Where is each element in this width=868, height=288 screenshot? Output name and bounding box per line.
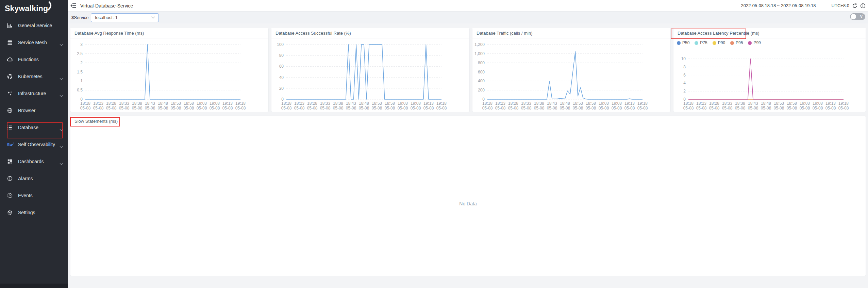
svg-text:18:38: 18:38 [735,101,745,106]
sidebar-item-alarms[interactable]: Alarms [0,170,68,187]
sidebar-item-browser[interactable]: Browser [0,102,68,119]
svg-text:19:13: 19:13 [825,101,836,106]
svg-text:18:18: 18:18 [80,101,90,106]
chevron-down-icon [60,41,63,48]
svg-text:18:38: 18:38 [132,101,142,106]
svg-text:19:03: 19:03 [800,101,810,106]
globe-icon [7,107,15,114]
svg-text:05-08: 05-08 [761,106,771,111]
svg-text:18:53: 18:53 [171,101,181,106]
svg-text:05-08: 05-08 [838,106,849,111]
panel-title: Database Access Successful Rate (%) [271,28,469,38]
legend-dot-icon [713,41,716,45]
svg-text:05-08: 05-08 [586,106,596,111]
svg-text:05-08: 05-08 [359,106,369,111]
app-logo[interactable]: Skywalking [0,0,68,17]
svg-text:18:43: 18:43 [748,101,758,106]
info-icon[interactable] [860,3,866,9]
chart-legend: P50P75P90P95P99 [677,40,766,45]
svg-text:18:48: 18:48 [359,101,369,106]
legend-item-p90[interactable]: P90 [713,40,725,45]
svg-text:05-08: 05-08 [722,106,733,111]
sidebar-item-infrastructure[interactable]: Infrastructure [0,85,68,102]
svg-text:05-08: 05-08 [709,106,720,111]
kubernetes-icon [7,73,15,80]
sidebar-item-functions[interactable]: Functions [0,51,68,68]
svg-text:05-08: 05-08 [346,106,356,111]
panel-title: Database Access Latency Percentile (ms) [673,28,866,38]
svg-text:18:28: 18:28 [709,101,719,106]
svg-text:05-08: 05-08 [482,106,493,111]
svg-text:19:13: 19:13 [423,101,434,106]
sidebar-item-database[interactable]: Database [0,119,68,136]
svg-text:18:53: 18:53 [372,101,382,106]
sidebar-item-settings[interactable]: Settings [0,204,68,221]
series-traffic [487,52,642,99]
svg-text:05-08: 05-08 [787,106,797,111]
svg-text:05-08: 05-08 [210,106,220,111]
edit-mode-toggle[interactable]: V [850,13,865,20]
menu-fold-icon[interactable] [70,3,76,8]
slow-statements-panel: Slow Statements (ms) No Data [70,116,866,276]
sidebar-item-dashboards[interactable]: Dashboards [0,153,68,170]
svg-text:600: 600 [478,70,485,74]
sidebar-nav: General ServiceService MeshFunctionsKube… [0,17,68,221]
svg-text:05-08: 05-08 [624,106,635,111]
svg-text:05-08: 05-08 [423,106,434,111]
svg-text:18:58: 18:58 [586,101,596,106]
svg-text:8: 8 [683,65,686,69]
svg-text:05-08: 05-08 [436,106,447,111]
legend-item-p50[interactable]: P50 [677,40,689,45]
panel-title: Database Avg Response Time (ms) [70,28,268,38]
sidebar-item-kubernetes[interactable]: Kubernetes [0,68,68,85]
sidebar-item-events[interactable]: Events [0,187,68,204]
top-header: Virtual-Database-Service 2022-05-08 18:1… [68,0,868,12]
chart-panel-database-access-successful-rate: 10080604020018:1805-0818:2305-0818:2805-… [271,28,470,112]
chart-canvas[interactable]: 10080604020018:1805-0818:2305-0818:2805-… [271,28,470,113]
series-success-rate [286,45,441,99]
service-select[interactable]: localhost:-1 [91,13,159,22]
svg-text:19:03: 19:03 [197,101,207,106]
svg-text:05-08: 05-08 [132,106,143,111]
legend-item-p95[interactable]: P95 [730,40,743,45]
sidebar-item-label: Database [18,125,38,130]
chevron-down-icon [60,126,63,133]
time-range-picker[interactable]: 2022-05-08 18:18 ~ 2022-05-08 19:18 [741,3,816,8]
svg-text:3: 3 [80,42,83,47]
svg-text:18:53: 18:53 [573,101,583,106]
legend-item-p99[interactable]: P99 [748,40,761,45]
sidebar-item-label: Service Mesh [18,40,47,45]
svg-text:05-08: 05-08 [235,106,246,111]
sidebar-item-general-service[interactable]: General Service [0,17,68,34]
svg-text:19:18: 19:18 [838,101,849,106]
utc-offset[interactable]: UTC+8:0 [832,3,849,8]
svg-text:20: 20 [279,86,284,91]
events-clock-icon [7,192,15,199]
svg-text:05-08: 05-08 [573,106,583,111]
svg-text:60: 60 [279,64,284,69]
sidebar-item-label: Events [18,193,33,198]
svg-text:18:33: 18:33 [119,101,129,106]
header-right: 2022-05-08 18:18 ~ 2022-05-08 19:18 UTC+… [741,3,868,9]
svg-text:05-08: 05-08 [80,106,91,111]
svg-text:18:53: 18:53 [774,101,784,106]
svg-text:18:33: 18:33 [521,101,531,106]
sidebar-item-self-observability[interactable]: SwSelf Observability [0,136,68,153]
service-select-value: localhost:-1 [95,15,151,20]
svg-text:18:33: 18:33 [722,101,732,106]
svg-text:05-08: 05-08 [372,106,382,111]
svg-text:19:08: 19:08 [612,101,622,106]
svg-text:18:33: 18:33 [320,101,330,106]
sidebar-item-service-mesh[interactable]: Service Mesh [0,34,68,51]
page-title: Virtual-Database-Service [80,3,133,9]
sidebar-item-label: Dashboards [18,159,44,164]
svg-text:05-08: 05-08 [683,106,694,111]
chart-canvas[interactable]: 32.521.510.5018:1805-0818:2305-0818:2805… [70,28,269,113]
svg-text:05-08: 05-08 [521,106,532,111]
chart-canvas[interactable]: 1,2001,000800600400200018:1805-0818:2305… [472,28,671,113]
toggle-knob [851,14,856,19]
refresh-icon[interactable] [852,3,857,9]
svg-text:05-08: 05-08 [398,106,408,111]
legend-item-p75[interactable]: P75 [695,40,707,45]
svg-text:05-08: 05-08 [333,106,344,111]
